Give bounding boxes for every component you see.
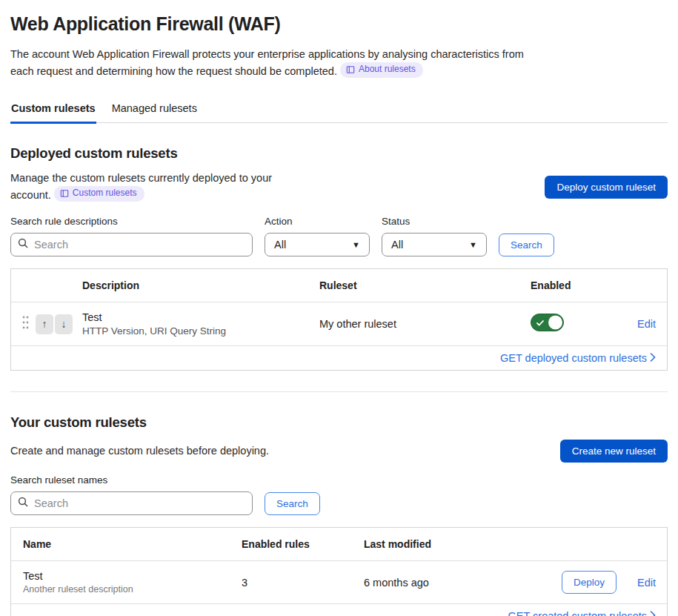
deployed-section-intro: Manage the custom rulesets currently dep… xyxy=(10,170,668,204)
ruleset-enabled-rules: 3 xyxy=(242,577,364,589)
your-filters: Search ruleset names Search xyxy=(10,474,668,515)
action-filter-field: Action All ▼ xyxy=(265,216,370,256)
ruleset-actions-cell: Deploy Edit xyxy=(562,571,667,594)
ruleset-name: Test xyxy=(23,570,242,582)
status-select[interactable]: All ▼ xyxy=(382,233,487,256)
search-icon xyxy=(18,238,28,251)
deployed-section-heading: Deployed custom rulesets xyxy=(10,145,668,162)
move-up-button[interactable]: ↑ xyxy=(36,314,53,334)
ruleset-search-button[interactable]: Search xyxy=(265,492,320,515)
search-rule-descriptions-label: Search rule descriptions xyxy=(10,216,253,227)
page-description-text: The account Web Application Firewall pro… xyxy=(10,48,524,77)
rule-description: Test xyxy=(82,311,319,323)
column-header-enabled: Enabled xyxy=(531,279,634,291)
table-row: Test Another ruleset description 3 6 mon… xyxy=(11,561,667,604)
get-created-rulesets-label: GET created custom rulesets xyxy=(508,610,647,616)
ruleset-last-modified: 6 months ago xyxy=(364,577,554,589)
move-down-button[interactable]: ↓ xyxy=(55,314,73,334)
get-deployed-rulesets-label: GET deployed custom rulesets xyxy=(500,352,647,364)
deploy-ruleset-button[interactable]: Deploy xyxy=(562,571,616,594)
rule-search-field: Search rule descriptions xyxy=(10,216,253,256)
arrow-up-icon: ↑ xyxy=(42,318,47,330)
toggle-knob xyxy=(548,316,562,330)
ruleset-search-input[interactable] xyxy=(10,491,253,515)
book-icon xyxy=(60,189,69,198)
created-table-footer: GET created custom rulesets xyxy=(11,604,667,616)
tab-managed-rulesets[interactable]: Managed rulesets xyxy=(111,99,198,124)
rule-search-input[interactable] xyxy=(10,233,253,256)
deployed-table-footer: GET deployed custom rulesets xyxy=(11,346,667,370)
tab-bar: Custom rulesets Managed rulesets xyxy=(10,99,668,123)
deploy-custom-ruleset-button[interactable]: Deploy custom ruleset xyxy=(545,176,668,199)
book-icon xyxy=(346,65,355,74)
your-section-description: Create and manage custom rulesets before… xyxy=(10,443,269,460)
ruleset-search-field: Search ruleset names xyxy=(10,474,253,515)
your-section-heading: Your custom rulesets xyxy=(10,414,668,431)
action-select[interactable]: All ▼ xyxy=(265,233,370,256)
rule-ruleset: My other ruleset xyxy=(319,318,531,330)
chevron-right-icon xyxy=(650,610,656,616)
get-created-rulesets-link[interactable]: GET created custom rulesets xyxy=(508,610,656,616)
your-section-intro: Create and manage custom rulesets before… xyxy=(10,440,668,463)
about-rulesets-badge-label: About rulesets xyxy=(359,64,416,76)
custom-rulesets-badge-label: Custom rulesets xyxy=(73,188,137,199)
chevron-right-icon xyxy=(650,352,656,364)
caret-down-icon: ▼ xyxy=(469,241,477,249)
action-label: Action xyxy=(265,216,370,227)
rule-enabled-cell xyxy=(531,314,634,334)
status-filter-field: Status All ▼ xyxy=(382,216,487,256)
rule-description-cell: Test HTTP Version, URI Query String xyxy=(82,311,319,337)
table-row: ↑ ↓ Test HTTP Version, URI Query String … xyxy=(11,302,667,346)
get-deployed-rulesets-link[interactable]: GET deployed custom rulesets xyxy=(500,352,656,364)
column-header-ruleset: Ruleset xyxy=(319,279,531,291)
tab-custom-rulesets[interactable]: Custom rulesets xyxy=(10,99,96,124)
caret-down-icon: ▼ xyxy=(352,241,360,249)
about-rulesets-badge[interactable]: About rulesets xyxy=(340,62,423,78)
deployed-table-header: Description Ruleset Enabled xyxy=(11,269,667,302)
column-header-last-modified: Last modified xyxy=(364,538,554,550)
deployed-filters: Search rule descriptions Action All ▼ St… xyxy=(10,216,668,256)
drag-handle-icon[interactable] xyxy=(22,314,29,334)
page-title: Web Application Firewall (WAF) xyxy=(10,13,668,35)
action-select-value: All xyxy=(274,239,286,251)
arrow-down-icon: ↓ xyxy=(62,318,67,330)
search-icon xyxy=(18,497,28,510)
column-header-enabled-rules: Enabled rules xyxy=(242,538,364,550)
create-new-ruleset-button[interactable]: Create new ruleset xyxy=(560,440,668,463)
column-header-description: Description xyxy=(82,279,319,291)
created-table-header: Name Enabled rules Last modified xyxy=(11,528,667,561)
section-divider xyxy=(10,391,668,392)
custom-rulesets-badge[interactable]: Custom rulesets xyxy=(54,186,144,202)
page-description: The account Web Application Firewall pro… xyxy=(10,47,533,80)
deployed-section-description: Manage the custom rulesets currently dep… xyxy=(10,170,307,204)
edit-rule-link[interactable]: Edit xyxy=(637,318,667,330)
status-select-value: All xyxy=(391,239,403,251)
status-label: Status xyxy=(382,216,487,227)
waf-page: Web Application Firewall (WAF) The accou… xyxy=(0,0,678,616)
rule-description-sub: HTTP Version, URI Query String xyxy=(82,325,319,337)
deployed-rulesets-table: Description Ruleset Enabled ↑ ↓ xyxy=(10,268,668,371)
check-icon xyxy=(536,316,544,329)
search-ruleset-names-label: Search ruleset names xyxy=(10,474,253,486)
column-header-name: Name xyxy=(11,538,242,550)
enabled-toggle[interactable] xyxy=(531,314,564,331)
ruleset-name-sub: Another ruleset description xyxy=(23,584,242,595)
created-rulesets-table: Name Enabled rules Last modified Test An… xyxy=(10,527,668,616)
edit-ruleset-link[interactable]: Edit xyxy=(637,577,656,589)
rule-search-button[interactable]: Search xyxy=(499,234,554,256)
ruleset-name-cell: Test Another ruleset description xyxy=(11,570,242,595)
